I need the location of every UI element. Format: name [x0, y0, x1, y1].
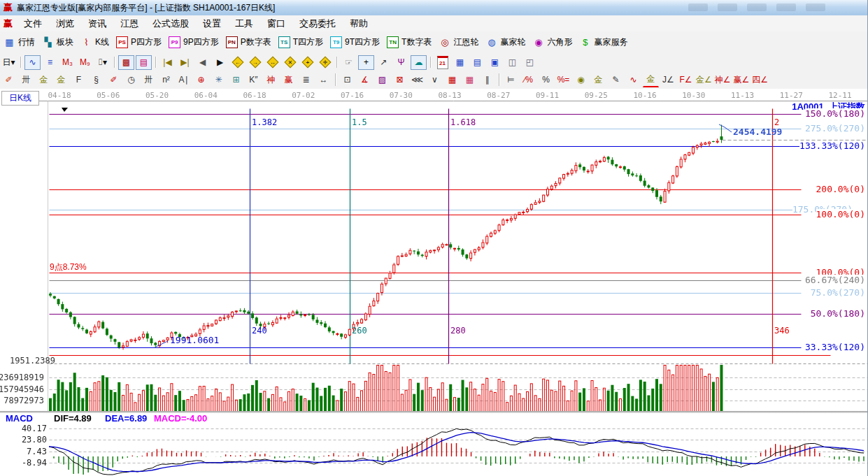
fan-box-button[interactable]: ▨	[374, 73, 390, 87]
f-angle-line-button[interactable]: F∠	[678, 73, 694, 87]
gann-fan-icon: ∡	[361, 75, 369, 85]
winner-service-button[interactable]: $赢家服务	[576, 33, 631, 53]
menu-gann[interactable]: 江恩	[113, 16, 145, 31]
pencil-annotate-button[interactable]: ✎	[608, 73, 624, 87]
last-page-button[interactable]: ▶|	[177, 55, 193, 70]
calculator-button[interactable]: ▦	[452, 55, 468, 70]
9p-square-button[interactable]: P99P四方形	[165, 33, 222, 53]
gold-circle-button[interactable]: ◉	[573, 73, 589, 87]
period-day-dropdown-button[interactable]: 日▾	[1, 55, 17, 70]
price-volume-bars-button[interactable]: ▤	[136, 55, 152, 70]
hexagon-button[interactable]: ◉六角形	[529, 33, 576, 53]
ying-angle-line-button[interactable]: 赢∠	[733, 73, 750, 87]
n-square-tool-button[interactable]: n²	[158, 73, 174, 87]
t-number-table-button[interactable]: TNT数字表	[383, 33, 435, 53]
shen-tool-button[interactable]: 神	[263, 73, 279, 87]
menu-help[interactable]: 帮助	[343, 16, 375, 31]
menu-file[interactable]: 文件	[17, 16, 49, 31]
price-grid-button[interactable]: ▦	[444, 73, 460, 87]
gann-line-pencil-button[interactable]: ✐	[1, 73, 17, 87]
shift-right-diamond-button[interactable]: →	[247, 55, 263, 70]
menu-formula-picker[interactable]: 公式选股	[145, 16, 196, 31]
v-waves-button[interactable]: ∨	[427, 73, 443, 87]
percent-tool-button[interactable]: %	[538, 73, 554, 87]
rect-tool-button[interactable]: ⊡	[339, 73, 355, 87]
calendar-button[interactable]: 21	[434, 55, 450, 70]
compress-h-diamond-button[interactable]: ✕	[282, 55, 298, 70]
p-square-button[interactable]: PSP四方形	[113, 33, 165, 53]
prev-page-button[interactable]: ◀	[194, 55, 211, 70]
next-page-button[interactable]: ▶	[212, 55, 228, 70]
candle-style-dropdown-button[interactable]: ⌷▾	[94, 55, 111, 70]
measure-scale-button[interactable]: ⊨	[503, 73, 519, 87]
send-network-button[interactable]: ◫	[504, 55, 520, 70]
spiral-tool-button[interactable]: §	[88, 73, 104, 87]
quotes-button[interactable]: ▦行情	[0, 33, 38, 53]
angle-measure-button[interactable]: A∣	[176, 73, 192, 87]
gann-grid-tool-button[interactable]: Ψ	[393, 55, 409, 70]
wave-cloud-tool-button[interactable]: ☁	[411, 55, 427, 70]
grid-dots-button[interactable]: ⊞	[228, 73, 244, 87]
j-angle-line-button[interactable]: J∠	[660, 73, 676, 87]
menu-tools[interactable]: 工具	[228, 16, 260, 31]
ruler-123-button[interactable]: ≣	[298, 73, 314, 87]
percent-line-button[interactable]: ∕%	[520, 73, 536, 87]
menu-settings[interactable]: 设置	[196, 16, 228, 31]
star-circle-button[interactable]: ✳	[211, 73, 227, 87]
menu-window[interactable]: 窗口	[260, 16, 292, 31]
gold-ratio-lines-button[interactable]: 金	[36, 73, 52, 87]
remote-client-button[interactable]: ◰	[522, 55, 538, 70]
menu-browse[interactable]: 浏览	[49, 16, 81, 31]
9t-square-button[interactable]: T99T四方形	[327, 33, 383, 53]
crosshair-tool-button[interactable]: +	[358, 55, 374, 70]
gold-ratio-lines-2-button[interactable]: 金	[53, 73, 69, 87]
winner-wheel-button[interactable]: ◍赢家轮	[482, 33, 529, 53]
menu-trade[interactable]: 交易委托	[292, 16, 343, 31]
ying-tool-button[interactable]: 赢	[280, 73, 297, 87]
save-button[interactable]: ▣	[487, 55, 503, 70]
k-measure-button[interactable]: K″	[246, 73, 262, 87]
price-ruler-button[interactable]: 卅	[141, 73, 157, 87]
gold-level-line-button[interactable]: 金	[590, 73, 606, 87]
menu-news[interactable]: 资讯	[81, 16, 113, 31]
cross-box-button[interactable]: ⊠	[392, 73, 408, 87]
span-measure-button[interactable]: ↔	[315, 73, 332, 87]
four-angle-line-button[interactable]: 四∠	[751, 73, 769, 87]
four-angle-line-icon: 四∠	[752, 74, 768, 86]
gann-wheel-button[interactable]: ◎江恩轮	[435, 33, 482, 53]
wave-3-tool-button[interactable]: M₃	[59, 55, 76, 70]
pan-free-diamond-button[interactable]: ✛	[317, 55, 333, 70]
trend-curve-tool-button[interactable]: ∿	[24, 55, 41, 70]
ray-lines-button[interactable]: ⋘	[409, 73, 425, 87]
gann-fan-button[interactable]: ∡	[357, 73, 373, 87]
parallel-lines-button[interactable]: ∥	[479, 73, 495, 87]
kline-button[interactable]: ⌇K线	[77, 33, 113, 53]
circle-cross-button[interactable]: ⊕	[193, 73, 209, 87]
red-marker-button[interactable]: ✐	[106, 73, 122, 87]
time-clock-button[interactable]: ◷	[123, 73, 139, 87]
wave-9-tool-button[interactable]: M₉	[77, 55, 93, 70]
chip-distribution-button[interactable]: ▩	[118, 55, 134, 70]
notes-button[interactable]: ▤	[469, 55, 485, 70]
trendline-tool-button[interactable]: ↗	[376, 55, 392, 70]
pane-divider[interactable]	[0, 411, 868, 413]
p-number-table-button[interactable]: PNP数字表	[222, 33, 275, 53]
time-ruler-button[interactable]: 卅	[18, 73, 34, 87]
info-list-button[interactable]: ≡	[42, 55, 58, 70]
last-page-icon: ▶|	[180, 57, 189, 67]
hand-tool-button[interactable]: ☞	[341, 55, 357, 70]
price-grid-arrow-button[interactable]: ▦	[462, 73, 478, 87]
fib-ruler-button[interactable]: F	[71, 73, 87, 87]
percent-levels-button[interactable]: %=	[555, 73, 571, 87]
shift-left-diamond-button[interactable]: ←	[229, 55, 246, 70]
wave-percent-button[interactable]: ∿	[625, 73, 641, 87]
expand-h-diamond-button[interactable]: ↔	[264, 55, 280, 70]
t-square-button[interactable]: TST四方形	[275, 33, 327, 53]
zoom-all-diamond-button[interactable]: +	[299, 55, 315, 70]
gold-angle-selected-button[interactable]: 金	[643, 72, 659, 87]
shen-angle-line-button[interactable]: 神∠	[714, 73, 732, 87]
first-page-button[interactable]: |◀	[159, 55, 176, 70]
date-tick: 07-02	[286, 91, 321, 100]
gold-angle-line-button[interactable]: 金∠	[695, 73, 713, 87]
sectors-button[interactable]: ▚板块	[38, 33, 77, 53]
